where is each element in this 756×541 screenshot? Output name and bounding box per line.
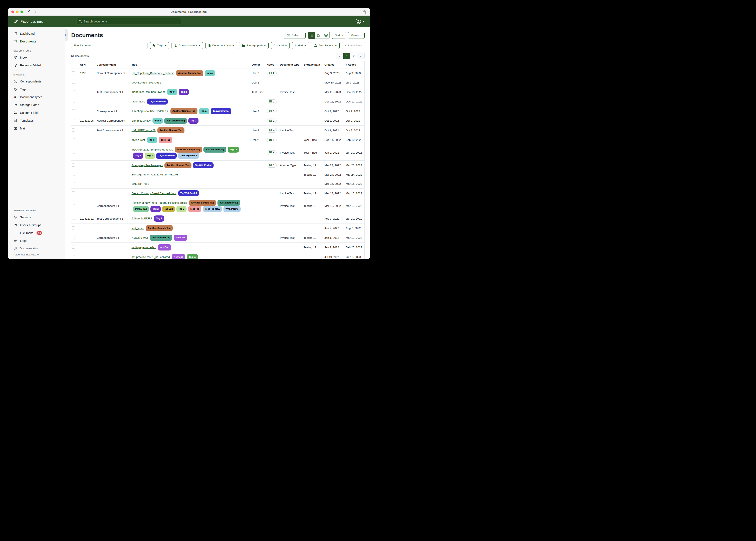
row-checkbox[interactable] (72, 236, 75, 239)
tag-badge[interactable]: Just another tag (217, 200, 240, 206)
tag-badge[interactable]: TagWithPartial (193, 162, 214, 169)
document-title-link[interactable]: ReadMe Test (132, 236, 148, 239)
document-title-link[interactable]: 1 Testing New Title Updated 2 (132, 110, 169, 113)
tag-badge[interactable]: Test Tag New (203, 206, 222, 212)
notes-badge[interactable]: 1 (267, 119, 277, 123)
pagination-next-button[interactable]: » (357, 53, 364, 59)
notes-badge[interactable]: 1 (267, 163, 277, 168)
tag-badge[interactable]: Inbox (205, 70, 215, 76)
tag-badge[interactable]: Tag 3 (176, 206, 187, 212)
tag-badge[interactable]: Inbox (152, 118, 163, 124)
row-checkbox[interactable] (72, 191, 75, 195)
header-storage-path[interactable]: Storage path (302, 61, 323, 68)
row-checkbox[interactable] (72, 129, 75, 132)
notes-badge[interactable]: 1 (267, 138, 277, 142)
tag-badge[interactable]: Test Tag (159, 137, 172, 143)
document-title-link[interactable]: multi-page-mixedxx (132, 246, 156, 249)
tag-badge[interactable]: TagWithPartial (156, 153, 177, 159)
tag-badge[interactable]: Inbox (199, 108, 209, 114)
tag-badge[interactable]: Just another tag (203, 147, 226, 153)
select-button[interactable]: Select (284, 32, 306, 39)
sidebar-item-document-types[interactable]: # Document Types (8, 93, 65, 101)
sidebar-item-custom-fields[interactable]: Custom Fields (8, 109, 65, 117)
document-title-link[interactable]: 0004814539_20230531 (132, 81, 161, 84)
row-checkbox[interactable] (72, 138, 75, 141)
sidebar-item-recently-added[interactable]: Recently Added (8, 61, 65, 69)
row-checkbox[interactable] (72, 71, 75, 74)
storage-path-filter-button[interactable]: Storage path (239, 42, 268, 49)
tag-badge[interactable]: TagWithPartial (211, 108, 231, 114)
document-title-link[interactable]: Sample100.csv (132, 119, 151, 122)
sidebar-item-users-groups[interactable]: Users & Groups (8, 221, 65, 229)
header-document-type[interactable]: Document type (279, 61, 302, 68)
zoom-window-button[interactable] (20, 11, 23, 13)
notes-badge[interactable]: 2 (267, 71, 277, 76)
tag-badge[interactable]: Another Sample Tag (176, 70, 203, 76)
header-asn[interactable]: ASN (79, 61, 96, 68)
document-title-link[interactable]: test_letter (132, 227, 144, 230)
sidebar-collapse-button[interactable]: « (65, 29, 68, 41)
tag-badge[interactable]: Inbox (147, 137, 157, 143)
sidebar-item-documentation[interactable]: Documentation (8, 245, 65, 252)
header-created[interactable]: Created (323, 61, 345, 68)
sidebar-item-dashboard[interactable]: Dashboard (8, 30, 65, 38)
document-title-link[interactable]: UM_PPBE_en_v29 (132, 129, 156, 132)
title-content-dropdown[interactable]: Title & content (71, 42, 95, 49)
row-checkbox[interactable] (72, 255, 75, 258)
notes-badge[interactable]: 4 (267, 128, 277, 133)
sidebar-item-storage-paths[interactable]: Storage Paths (8, 101, 65, 109)
tag-badge[interactable]: Tag 2 (150, 206, 161, 212)
document-title-link[interactable]: InDesign 2022 Scripting Read Me (132, 148, 173, 151)
row-checkbox[interactable] (72, 81, 75, 84)
tag-badge[interactable]: TagWithPartial (147, 99, 168, 105)
share-icon[interactable] (363, 10, 366, 15)
views-button[interactable]: Views (348, 32, 365, 39)
close-window-button[interactable] (11, 11, 14, 13)
tag-badge[interactable]: Just another tag (164, 118, 187, 124)
reset-filters-button[interactable]: × Reset filters (342, 42, 365, 49)
tag-badge[interactable]: Another Sample Tag (164, 162, 191, 169)
user-menu[interactable] (356, 19, 365, 24)
document-title-link[interactable]: sat-practice-test-1_pt2-collated (132, 256, 170, 259)
tag-badge[interactable]: Another Sample Tag (175, 147, 202, 153)
tag-badge[interactable]: Another Sample Tag (189, 200, 216, 206)
sidebar-item-documents[interactable]: Documents (8, 38, 65, 45)
search-input[interactable] (84, 20, 179, 23)
tag-badge[interactable]: Just another tag (150, 235, 172, 241)
row-checkbox[interactable] (72, 100, 75, 103)
tag-badge[interactable]: NewOne (158, 244, 171, 251)
header-correspondent[interactable]: Correspondent (96, 61, 130, 68)
tag-badge[interactable]: Tag 2 (133, 153, 143, 159)
sidebar-item-logs[interactable]: Logs (8, 237, 65, 245)
row-checkbox[interactable] (72, 151, 75, 154)
brand[interactable]: Paperless-ngx (13, 19, 43, 24)
sidebar-item-tags[interactable]: Tags (8, 85, 65, 93)
added-filter-button[interactable]: Added (292, 42, 309, 49)
header-title[interactable]: Title (130, 61, 250, 68)
header-added[interactable]: ↑Added (345, 61, 365, 68)
tag-badge[interactable]: With Perms (223, 206, 241, 212)
document-title-link[interactable]: French Country Bread Revised.docx (132, 192, 177, 195)
correspondent-filter-button[interactable]: Correspondent (171, 42, 203, 49)
tag-badge[interactable]: Another Sample Tag (157, 127, 184, 133)
title-content-input[interactable] (95, 42, 148, 49)
tag-badge[interactable]: Tag 2 (188, 118, 198, 124)
document-type-filter-button[interactable]: Document type (205, 42, 237, 49)
document-title-link[interactable]: [paperless] test post-owner (132, 90, 165, 93)
sidebar-item-correspondents[interactable]: Correspondents (8, 78, 65, 85)
tag-badge[interactable]: NewOne (174, 235, 187, 241)
minimize-window-button[interactable] (16, 11, 19, 13)
document-title-link[interactable]: H7_Napoleon_Bonaparte_zadanie (132, 72, 174, 75)
row-checkbox[interactable] (72, 109, 75, 112)
tag-badge[interactable]: Test Tag New 2 (178, 153, 199, 159)
tag-badge[interactable]: Tag 3 (145, 153, 155, 159)
row-checkbox[interactable] (72, 182, 75, 185)
document-title-link[interactable]: Review-of-New-York-Federal-Petitions-art… (132, 201, 187, 204)
notes-badge[interactable]: 1 (267, 99, 277, 104)
document-title-link[interactable]: Sonstige ScanPC2022 03-24_081058 (132, 173, 178, 176)
tag-badge[interactable]: Tag 222 (162, 206, 175, 212)
row-checkbox[interactable] (72, 217, 75, 220)
row-checkbox[interactable] (72, 227, 75, 230)
tags-filter-button[interactable]: Tags (150, 42, 169, 49)
notes-badge[interactable]: 1 (267, 109, 277, 113)
